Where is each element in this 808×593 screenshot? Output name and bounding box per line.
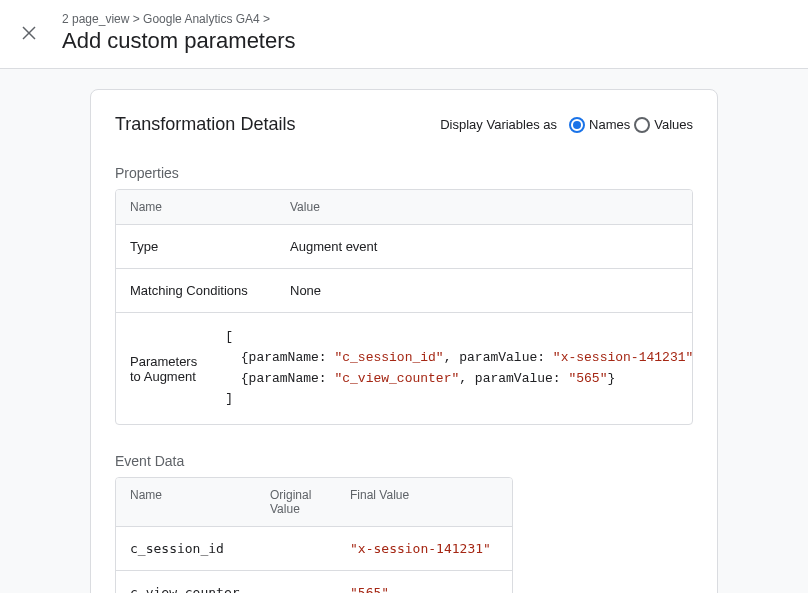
event-original xyxy=(256,535,336,563)
page-title: Add custom parameters xyxy=(62,28,788,54)
radio-icon xyxy=(634,117,650,133)
close-icon[interactable] xyxy=(20,24,38,42)
page-header: 2 page_view > Google Analytics GA4 > Add… xyxy=(0,0,808,69)
radio-icon xyxy=(569,117,585,133)
table-row: Parameters to Augment [ {paramName: "c_s… xyxy=(116,313,692,424)
event-original xyxy=(256,579,336,593)
radio-names[interactable]: Names xyxy=(569,117,630,133)
card-title: Transformation Details xyxy=(115,114,295,135)
display-toggle-label: Display Variables as xyxy=(440,117,557,132)
event-data-table: Name Original Value Final Value c_sessio… xyxy=(115,477,513,593)
prop-name: Parameters to Augment xyxy=(116,340,211,398)
breadcrumb: 2 page_view > Google Analytics GA4 > xyxy=(62,12,788,26)
radio-values[interactable]: Values xyxy=(634,117,693,133)
event-final: "x-session-141231" xyxy=(336,527,512,570)
event-name: c_view_counter xyxy=(116,571,256,593)
col-header-original: Original Value xyxy=(256,478,336,526)
prop-name: Type xyxy=(116,225,276,268)
event-data-label: Event Data xyxy=(115,453,693,469)
prop-value: None xyxy=(276,269,692,312)
prop-value-code: [ {paramName: "c_session_id", paramValue… xyxy=(211,313,693,424)
radio-names-label: Names xyxy=(589,117,630,132)
prop-value: Augment event xyxy=(276,225,692,268)
col-header-value: Value xyxy=(276,190,692,224)
event-final: "565" xyxy=(336,571,512,593)
table-row: c_view_counter "565" xyxy=(116,571,512,593)
transformation-details-card: Transformation Details Display Variables… xyxy=(90,89,718,593)
table-row: Type Augment event xyxy=(116,225,692,269)
display-variables-toggle: Display Variables as Names Values xyxy=(440,117,693,133)
table-row: c_session_id "x-session-141231" xyxy=(116,527,512,571)
radio-values-label: Values xyxy=(654,117,693,132)
col-header-name: Name xyxy=(116,478,256,526)
properties-table: Name Value Type Augment event Matching C… xyxy=(115,189,693,425)
event-name: c_session_id xyxy=(116,527,256,570)
col-header-final: Final Value xyxy=(336,478,512,526)
properties-label: Properties xyxy=(115,165,693,181)
col-header-name: Name xyxy=(116,190,276,224)
prop-name: Matching Conditions xyxy=(116,269,276,312)
table-row: Matching Conditions None xyxy=(116,269,692,313)
table-header-row: Name Original Value Final Value xyxy=(116,478,512,527)
table-header-row: Name Value xyxy=(116,190,692,225)
